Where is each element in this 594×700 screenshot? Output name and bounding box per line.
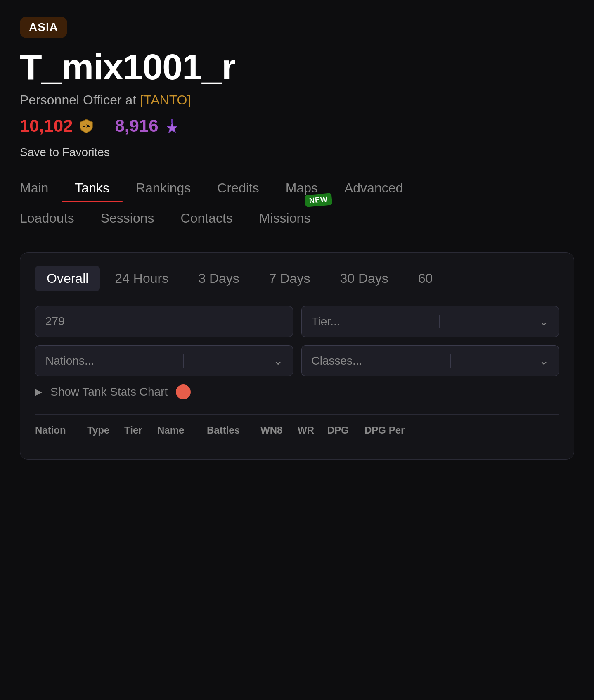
th-tier[interactable]: Tier [118, 421, 151, 439]
nations-filter[interactable]: Nations... ⌄ [35, 345, 293, 376]
th-dpg[interactable]: DPG [321, 421, 358, 439]
tier-placeholder: Tier... [312, 315, 340, 328]
nations-chevron-icon: ⌄ [273, 354, 283, 368]
tab-main[interactable]: Main [20, 176, 62, 202]
table-header: Nation Type Tier Name Battles WN8 WR DPG… [35, 414, 559, 446]
username: T_mix1001_r [20, 48, 574, 86]
battles-stat: 10,102 [20, 116, 95, 136]
main-card: Overall 24 Hours 3 Days 7 Days 30 Days 6… [20, 252, 574, 460]
stats-row: 10,102 8,916 [20, 116, 574, 136]
clan-link[interactable]: [TANTO] [140, 93, 191, 107]
time-tab-60[interactable]: 60 [403, 266, 448, 291]
th-nation[interactable]: Nation [35, 421, 80, 439]
tab-credits[interactable]: Credits [204, 176, 272, 202]
role-text: Personnel Officer at [20, 93, 136, 107]
tab-loadouts[interactable]: Loadouts [20, 206, 88, 233]
tier-filter[interactable]: Tier... ⌄ [301, 306, 559, 337]
show-chart-row[interactable]: ▶ Show Tank Stats Chart [35, 384, 559, 399]
th-battles[interactable]: Battles [200, 421, 254, 439]
tab-advanced[interactable]: Advanced [331, 176, 416, 202]
filter-row-1: 279 Tier... ⌄ [35, 306, 559, 337]
th-wr[interactable]: WR [291, 421, 321, 439]
tab-missions[interactable]: Missions NEW [246, 206, 324, 233]
patreon-icon [176, 384, 191, 399]
nav-tabs-row2: Loadouts Sessions Contacts Missions NEW [20, 206, 574, 233]
nations-placeholder: Nations... [45, 354, 94, 368]
tier-chevron-icon: ⌄ [539, 315, 549, 328]
time-tab-30days[interactable]: 30 Days [325, 266, 403, 291]
divider3 [450, 354, 451, 368]
tank-count-display: 279 [35, 306, 293, 337]
th-dpg-per[interactable]: DPG Per [358, 421, 411, 439]
show-chart-label: Show Tank Stats Chart [50, 385, 168, 399]
triangle-icon: ▶ [35, 387, 42, 397]
tab-missions-label: Missions [259, 211, 310, 225]
wn8-stat: 8,916 [115, 116, 180, 136]
wn8-icon [163, 117, 181, 135]
battles-count: 10,102 [20, 116, 73, 136]
th-type[interactable]: Type [80, 421, 118, 439]
wn8-score: 8,916 [115, 116, 158, 136]
tab-sessions[interactable]: Sessions [88, 206, 168, 233]
time-tab-7days[interactable]: 7 Days [254, 266, 325, 291]
th-wn8[interactable]: WN8 [254, 421, 291, 439]
save-favorites-button[interactable]: Save to Favorites [20, 146, 574, 159]
divider2 [183, 354, 184, 368]
classes-placeholder: Classes... [312, 354, 362, 368]
time-tab-24h[interactable]: 24 Hours [100, 266, 183, 291]
new-badge-label: NEW [305, 193, 332, 208]
tab-tanks[interactable]: Tanks [62, 176, 123, 202]
tab-rankings[interactable]: Rankings [123, 176, 204, 202]
svg-point-1 [85, 125, 88, 127]
time-period-tabs: Overall 24 Hours 3 Days 7 Days 30 Days 6… [35, 266, 559, 291]
tab-contacts[interactable]: Contacts [168, 206, 246, 233]
classes-chevron-icon: ⌄ [539, 354, 549, 368]
th-name[interactable]: Name [151, 421, 200, 439]
nav-tabs-row1: Main Tanks Rankings Credits Maps Advance… [20, 176, 574, 202]
region-badge: ASIA [20, 17, 67, 38]
clan-info: Personnel Officer at [TANTO] [20, 93, 574, 108]
filter-row-2: Nations... ⌄ Classes... ⌄ [35, 345, 559, 376]
time-tab-overall[interactable]: Overall [35, 266, 100, 291]
divider [439, 315, 440, 328]
tank-icon [78, 117, 95, 135]
time-tab-3days[interactable]: 3 Days [183, 266, 254, 291]
classes-filter[interactable]: Classes... ⌄ [301, 345, 559, 376]
